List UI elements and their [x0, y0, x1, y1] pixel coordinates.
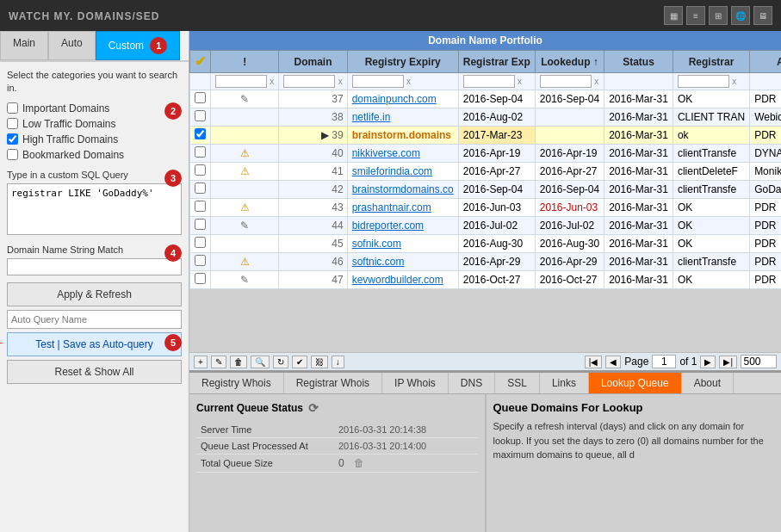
table-row: 38 netlife.in 2016-Aug-02 2016-Mar-31 CL…	[190, 108, 782, 127]
link-button[interactable]: ⛓	[311, 356, 328, 368]
col-status[interactable]: Status	[604, 51, 673, 73]
row-checkbox[interactable]	[195, 237, 206, 248]
filter-lookedup[interactable]	[540, 75, 592, 88]
tab-dns[interactable]: DNS	[449, 373, 495, 393]
auto-query-name-input[interactable]	[7, 310, 182, 329]
tab-custom[interactable]: Custom 1	[96, 31, 181, 60]
cell-domain[interactable]: kevwordbuilder.com	[347, 271, 458, 289]
expand-triangle[interactable]: ▶	[321, 129, 329, 141]
filter-registrar[interactable]	[678, 75, 729, 88]
queue-delete-icon[interactable]: 🗑	[354, 457, 364, 469]
globe-icon[interactable]: 🌐	[731, 6, 750, 25]
cell-domain[interactable]: nikkiverse.com	[347, 145, 458, 163]
col-check[interactable]: ✔	[190, 51, 211, 73]
filter-registrar-clear[interactable]: x	[732, 77, 736, 86]
cell-domain[interactable]: domainpunch.com	[347, 90, 458, 108]
cell-checkbox[interactable]	[190, 217, 211, 235]
test-save-button[interactable]: Test | Save as Auto-query	[7, 332, 182, 356]
row-checkbox[interactable]	[195, 273, 206, 284]
checkbox-high-traffic[interactable]	[7, 133, 18, 145]
col-lookedup[interactable]: Lookedup ↑	[535, 51, 604, 73]
row-checkbox[interactable]	[195, 164, 206, 176]
tab-ip-whois[interactable]: IP Whois	[382, 373, 449, 393]
per-page-input[interactable]	[741, 355, 777, 368]
select-all-check[interactable]: ✔	[195, 54, 206, 69]
filter-domain[interactable]	[283, 75, 335, 88]
cell-checkbox[interactable]	[190, 235, 211, 253]
reset-show-button[interactable]: Reset & Show All	[7, 360, 182, 384]
row-checkbox[interactable]	[195, 182, 206, 194]
cell-checkbox[interactable]	[190, 253, 211, 271]
next-page-button[interactable]: ▶	[700, 356, 716, 368]
col-flag[interactable]: !	[211, 51, 279, 73]
row-checkbox[interactable]	[195, 219, 206, 230]
cell-checkbox[interactable]	[190, 199, 211, 217]
col-rar-exp[interactable]: Registrar Exp	[458, 51, 535, 73]
add-row-button[interactable]: +	[194, 356, 208, 368]
string-match-input[interactable]: %.com	[7, 258, 182, 275]
row-checkbox[interactable]	[195, 201, 206, 212]
cell-domain[interactable]: smileforindia.com	[347, 163, 458, 181]
table-scroll[interactable]: ✔ ! Domain Registry Expiry Registrar Exp…	[189, 50, 781, 352]
cell-checkbox[interactable]	[190, 271, 211, 289]
delete-button[interactable]: 🗑	[230, 356, 247, 368]
row-checkbox[interactable]	[195, 255, 206, 266]
grid-icon[interactable]: ▦	[664, 6, 683, 25]
page-input[interactable]	[652, 355, 676, 368]
check-button[interactable]: ✔	[292, 356, 307, 368]
cell-domain[interactable]: brainstorm.domains	[347, 127, 458, 145]
edit-button[interactable]: ✎	[211, 356, 226, 368]
tab-registry-whois[interactable]: Registry Whois	[189, 373, 284, 393]
row-checkbox[interactable]	[195, 128, 206, 139]
filter-flag[interactable]	[215, 75, 267, 88]
first-page-button[interactable]: |◀	[585, 356, 603, 368]
cell-checkbox[interactable]	[190, 145, 211, 163]
col-add[interactable]: Add	[750, 51, 781, 73]
download-button[interactable]: ↓	[332, 356, 344, 368]
col-registrar[interactable]: Registrar	[673, 51, 749, 73]
filter-rar-exp[interactable]	[463, 75, 515, 88]
window-icon[interactable]: ⊞	[709, 6, 728, 25]
filter-lookedup-clear[interactable]: x	[594, 77, 598, 86]
row-checkbox[interactable]	[195, 146, 206, 158]
checkbox-important[interactable]	[7, 102, 18, 114]
prev-page-button[interactable]: ◀	[605, 356, 621, 368]
checkbox-low-traffic[interactable]	[7, 118, 18, 129]
apply-refresh-button[interactable]: Apply & Refresh	[7, 282, 182, 306]
queue-refresh-icon[interactable]: ⟳	[308, 401, 319, 415]
filter-reg-exp-clear[interactable]: x	[406, 77, 411, 86]
cell-checkbox[interactable]	[190, 163, 211, 181]
cell-checkbox[interactable]	[190, 90, 211, 108]
refresh-small-button[interactable]: ↻	[273, 356, 288, 368]
cell-domain[interactable]: softnic.com	[347, 253, 458, 271]
search-button[interactable]: 🔍	[251, 356, 270, 368]
sql-query-input[interactable]: registrar LIKE 'GoDaddy%'	[7, 183, 182, 235]
row-checkbox[interactable]	[195, 92, 206, 103]
cell-domain[interactable]: bidreporter.com	[347, 217, 458, 235]
list-icon[interactable]: ≡	[686, 6, 705, 25]
cell-domain[interactable]: prashantnair.com	[347, 199, 458, 217]
tab-auto[interactable]: Auto	[48, 31, 96, 60]
tab-ssl[interactable]: SSL	[495, 373, 540, 393]
cell-checkbox[interactable]	[190, 181, 211, 199]
tab-registrar-whois[interactable]: Registrar Whois	[284, 373, 382, 393]
checkbox-bookmarked[interactable]	[7, 149, 18, 160]
filter-domain-clear[interactable]: x	[338, 77, 343, 86]
cell-domain[interactable]: brainstormdomains.co	[347, 181, 458, 199]
filter-rar-exp-clear[interactable]: x	[518, 77, 522, 86]
cell-domain[interactable]: sofnik.com	[347, 235, 458, 253]
tab-links[interactable]: Links	[540, 373, 589, 393]
filter-reg-exp[interactable]	[352, 75, 404, 88]
filter-flag-clear[interactable]: x	[270, 77, 274, 86]
monitor-icon[interactable]: 🖥	[753, 6, 772, 25]
cell-checkbox[interactable]	[190, 108, 211, 127]
tab-about[interactable]: About	[682, 373, 734, 393]
cell-domain[interactable]: netlife.in	[347, 108, 458, 127]
col-domain[interactable]: Domain	[279, 51, 347, 73]
last-page-button[interactable]: ▶|	[719, 356, 737, 368]
col-reg-exp[interactable]: Registry Expiry	[347, 51, 458, 73]
tab-lookup-queue[interactable]: Lookup Queue	[589, 373, 682, 393]
row-checkbox[interactable]	[195, 110, 206, 121]
tab-main[interactable]: Main	[0, 31, 48, 60]
cell-checkbox[interactable]	[190, 127, 211, 145]
